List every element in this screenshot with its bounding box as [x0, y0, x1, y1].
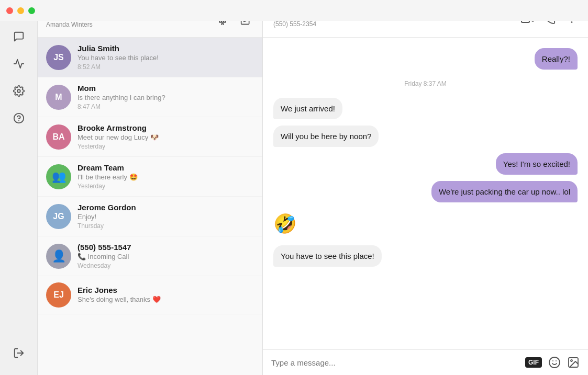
conv-preview: Enjoy!: [77, 213, 254, 221]
conv-preview: She's doing well, thanks ❤️: [77, 296, 254, 303]
message-row-sent: Really?!: [273, 48, 578, 70]
svg-point-0: [17, 89, 20, 93]
conversation-item-mom[interactable]: M Mom Is there anything I can bring? 8:4…: [38, 77, 262, 117]
conv-time: 8:47 AM: [77, 103, 254, 110]
message-bubble-packing: We're just packing the car up now.. lol: [431, 181, 578, 202]
settings-nav-icon[interactable]: [7, 79, 30, 103]
message-row-received-1: We just arrived!: [273, 98, 578, 119]
conv-name: Jerome Gordon: [77, 203, 254, 212]
conversation-item-unknown-number[interactable]: 👤 (550) 555-1547 📞 Incoming Call Wednesd…: [38, 236, 262, 276]
conv-time: Wednesday: [77, 262, 254, 269]
svg-point-19: [549, 357, 560, 368]
message-row-received-last: You have to see this place!: [273, 245, 578, 267]
conv-name: Julia Smith: [77, 44, 254, 53]
gif-button[interactable]: GIF: [525, 357, 542, 368]
message-bubble-really: Really?!: [535, 48, 578, 70]
conversation-item-jerome-gordon[interactable]: JG Jerome Gordon Enjoy! Thursday: [38, 197, 262, 236]
avatar-eric: EJ: [46, 282, 71, 308]
emoji-button[interactable]: [548, 356, 561, 369]
app-container: (550) 555-2123 Amanda Winters: [0, 0, 588, 375]
conv-preview: 📞 Incoming Call: [77, 253, 254, 260]
svg-point-23: [571, 360, 572, 361]
conv-content-brooke: Brooke Armstrong Meet our new dog Lucy 🐶…: [77, 123, 254, 150]
conv-name: Dream Team: [77, 163, 254, 172]
conv-time: 8:52 AM: [77, 63, 254, 71]
message-bubble-arrived: We just arrived!: [273, 98, 342, 119]
avatar-jerome: JG: [46, 204, 71, 229]
avatar-brooke: BA: [46, 124, 71, 150]
conversation-item-julia-smith[interactable]: JS Julia Smith You have to see this plac…: [38, 38, 262, 77]
message-bubble-emoji: 🤣: [273, 209, 297, 239]
avatar-unknown: 👤: [46, 244, 71, 269]
minimize-button[interactable]: [17, 7, 24, 14]
maximize-button[interactable]: [28, 7, 35, 14]
conv-content-mom: Mom Is there anything I can bring? 8:47 …: [77, 84, 254, 110]
svg-point-18: [571, 21, 573, 23]
conv-name: Eric Jones: [77, 286, 254, 294]
conv-content-eric: Eric Jones She's doing well, thanks ❤️: [77, 286, 254, 305]
conv-content-unknown: (550) 555-1547 📞 Incoming Call Wednesday: [77, 243, 254, 269]
message-row-sent-3: We're just packing the car up now.. lol: [273, 181, 578, 202]
image-button[interactable]: [567, 356, 580, 369]
conversation-item-dream-team[interactable]: 👥 Dream Team I'll be there early 🤩 Yeste…: [38, 157, 262, 197]
title-bar: [0, 0, 588, 21]
message-row-emoji: 🤣: [273, 209, 578, 239]
conversation-item-brooke-armstrong[interactable]: BA Brooke Armstrong Meet our new dog Luc…: [38, 117, 262, 157]
avatar-dream-team: 👥: [46, 164, 71, 189]
avatar-mom: M: [46, 85, 71, 110]
messages-area: Really?! Friday 8:37 AM We just arrived!…: [263, 38, 588, 349]
message-bubble-place: You have to see this place!: [273, 245, 382, 267]
conv-preview: Is there anything I can bring?: [77, 94, 254, 101]
svg-rect-13: [221, 23, 223, 25]
conv-content-dream-team: Dream Team I'll be there early 🤩 Yesterd…: [77, 163, 254, 190]
conversation-list: JS Julia Smith You have to see this plac…: [38, 38, 262, 375]
chat-contact-phone: (550) 555-2354: [273, 20, 318, 28]
avatar-julia-smith: JS: [46, 45, 71, 70]
conv-preview: Meet our new dog Lucy 🐶: [77, 133, 254, 141]
conv-content-jerome: Jerome Gordon Enjoy! Thursday: [77, 203, 254, 230]
conv-time: Yesterday: [77, 143, 254, 150]
header-name: Amanda Winters: [46, 21, 100, 28]
message-row-received-2: Will you be here by noon?: [273, 126, 578, 147]
date-separator: Friday 8:37 AM: [273, 80, 578, 87]
conversations-panel: (550) 555-2123 Amanda Winters: [38, 0, 263, 375]
conv-content-julia-smith: Julia Smith You have to see this place! …: [77, 44, 254, 71]
conv-preview: You have to see this place!: [77, 54, 254, 62]
conv-name: (550) 555-1547: [77, 243, 254, 252]
conversation-item-eric-jones[interactable]: EJ Eric Jones She's doing well, thanks ❤…: [38, 276, 262, 314]
activity-nav-icon[interactable]: [7, 52, 30, 75]
help-nav-icon[interactable]: [7, 107, 30, 130]
conv-name: Brooke Armstrong: [77, 123, 254, 132]
conv-name: Mom: [77, 84, 254, 93]
chat-panel: Julia Smith (550) 555-2354: [263, 0, 588, 375]
message-input[interactable]: [271, 358, 519, 367]
message-bubble-noon: Will you be here by noon?: [273, 126, 379, 147]
messages-nav-icon[interactable]: [7, 25, 30, 48]
conv-time: Yesterday: [77, 183, 254, 190]
conv-preview: I'll be there early 🤩: [77, 173, 254, 181]
message-row-sent-2: Yes! I'm so excited!: [273, 153, 578, 175]
logout-nav-icon[interactable]: [7, 342, 30, 365]
conv-time: Thursday: [77, 222, 254, 230]
input-area: GIF: [263, 349, 588, 375]
sidebar: [0, 0, 38, 375]
message-bubble-excited: Yes! I'm so excited!: [496, 153, 578, 175]
close-button[interactable]: [6, 7, 13, 14]
